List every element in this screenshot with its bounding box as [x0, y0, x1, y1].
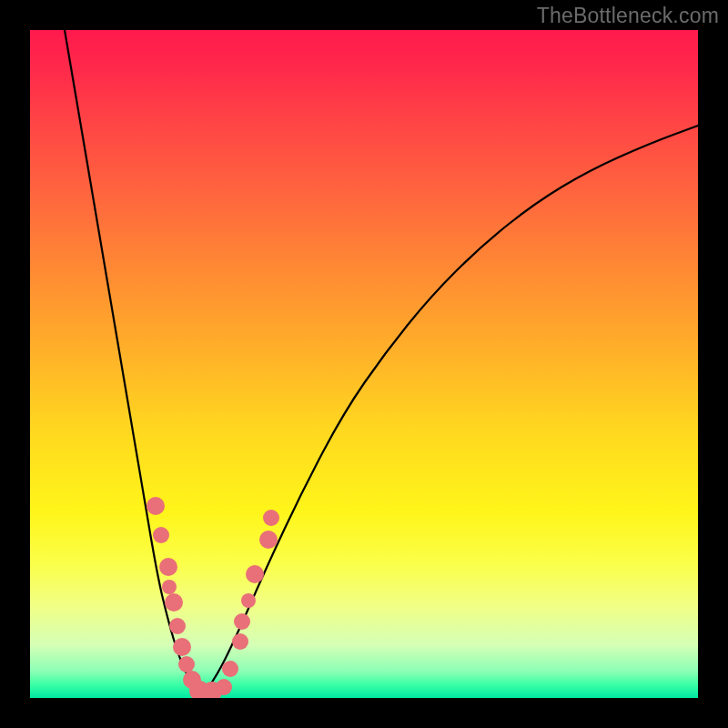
scatter-dot: [147, 497, 165, 515]
scatter-dot: [246, 565, 264, 583]
scatter-dot: [173, 638, 191, 656]
scatter-dot: [178, 656, 195, 672]
scatter-dot: [241, 593, 256, 608]
scatter-dot: [169, 618, 186, 634]
scatter-dot: [162, 580, 177, 594]
watermark-text: TheBottleneck.com: [537, 4, 719, 28]
scatter-dot: [222, 661, 238, 677]
chart-svg: [30, 30, 698, 698]
chart-frame: TheBottleneck.com: [0, 0, 728, 728]
plot-area: [30, 30, 698, 698]
scatter-dot: [263, 510, 279, 526]
scatter-dots: [147, 497, 279, 698]
scatter-dot: [259, 531, 278, 549]
scatter-dot: [232, 633, 248, 650]
right-branch-curve: [201, 126, 698, 697]
scatter-dot: [153, 527, 169, 543]
scatter-dot: [165, 593, 183, 612]
scatter-dot: [234, 613, 250, 630]
scatter-dot: [216, 679, 232, 695]
scatter-dot: [159, 558, 177, 576]
